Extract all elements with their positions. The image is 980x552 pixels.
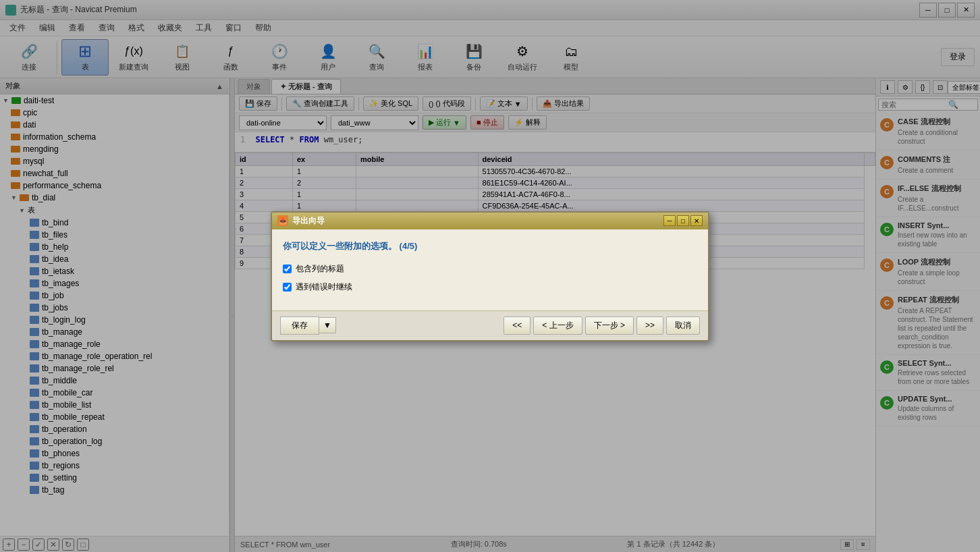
modal-save-dropdown[interactable]: ▼ bbox=[319, 317, 336, 333]
modal-overlay: 📤 导出向导 ─ □ ✕ 你可以定义一些附加的选项。 (4/5) 包含列的标题 … bbox=[0, 0, 980, 552]
continue-on-error-label: 遇到错误时继续 bbox=[296, 281, 352, 293]
modal-title-icon: 📤 bbox=[277, 215, 288, 226]
continue-on-error-checkbox[interactable] bbox=[283, 283, 292, 292]
modal-title: 📤 导出向导 bbox=[277, 215, 325, 227]
modal-prev-button[interactable]: < 上一步 bbox=[533, 316, 582, 335]
modal-heading: 你可以定义一些附加的选项。 (4/5) bbox=[283, 240, 697, 252]
include-headers-checkbox[interactable] bbox=[283, 265, 292, 273]
modal-cancel-button[interactable]: 取消 bbox=[666, 316, 700, 335]
modal-first-button[interactable]: << bbox=[503, 316, 530, 335]
modal-nav-buttons: << < 上一步 下一步 > >> 取消 bbox=[503, 316, 700, 335]
modal-maximize-button[interactable]: □ bbox=[677, 215, 689, 226]
modal-close-button[interactable]: ✕ bbox=[690, 215, 703, 226]
include-headers-label: 包含列的标题 bbox=[296, 263, 344, 275]
modal-next-button[interactable]: 下一步 > bbox=[585, 316, 634, 335]
modal-last-button[interactable]: >> bbox=[636, 316, 663, 335]
modal-title-bar: 📤 导出向导 ─ □ ✕ bbox=[272, 213, 708, 229]
modal-save-group: 保存 ▼ bbox=[280, 316, 336, 335]
modal-title-text: 导出向导 bbox=[292, 215, 325, 227]
modal-content: 你可以定义一些附加的选项。 (4/5) 包含列的标题 遇到错误时继续 bbox=[272, 229, 708, 310]
modal-save-button[interactable]: 保存 bbox=[280, 316, 319, 335]
modal-footer: 保存 ▼ << < 上一步 下一步 > >> 取消 bbox=[272, 310, 708, 340]
export-wizard-modal: 📤 导出向导 ─ □ ✕ 你可以定义一些附加的选项。 (4/5) 包含列的标题 … bbox=[271, 211, 709, 341]
modal-controls: ─ □ ✕ bbox=[663, 215, 703, 226]
modal-minimize-button[interactable]: ─ bbox=[663, 215, 676, 226]
modal-checkbox-row-1: 包含列的标题 bbox=[283, 263, 697, 275]
modal-checkbox-row-2: 遇到错误时继续 bbox=[283, 281, 697, 293]
